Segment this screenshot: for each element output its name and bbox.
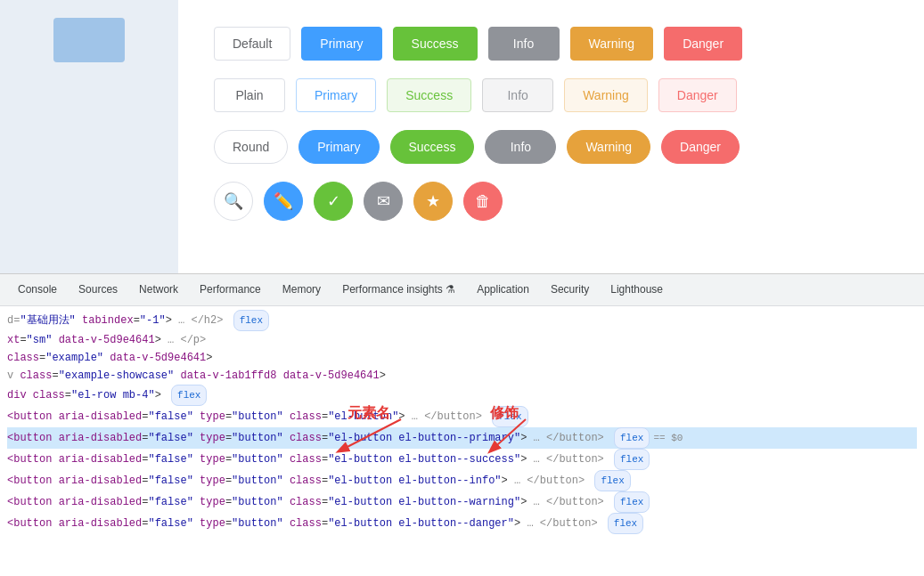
btn-round-success[interactable]: Success: [390, 130, 475, 164]
annotation-label-xiushi: 修饰: [490, 404, 519, 423]
btn-circle-edit[interactable]: ✏️: [264, 182, 303, 221]
preview-area: Default Primary Success Info Warning Dan…: [178, 0, 924, 276]
check-icon: ✓: [327, 191, 340, 211]
btn-default[interactable]: Default: [214, 27, 290, 61]
btn-plain-warning[interactable]: Warning: [564, 78, 648, 112]
button-row-normal: Default Primary Success Info Warning Dan…: [214, 27, 888, 61]
button-row-circle: 🔍 ✏️ ✓ ✉ ★ 🗑: [214, 182, 888, 221]
btn-plain-default[interactable]: Plain: [214, 78, 285, 112]
devtools-tabs: Console Sources Network Performance Memo…: [0, 274, 924, 306]
code-line-7[interactable]: <button aria-disabled="false" type="butt…: [7, 427, 917, 449]
code-line-6[interactable]: <button aria-disabled="false" type="butt…: [7, 406, 917, 427]
code-line-10[interactable]: <button aria-disabled="false" type="butt…: [7, 491, 917, 513]
devtools-content: d="基础用法" tabindex="-1"> … </h2> flex xt=…: [0, 306, 924, 576]
btn-circle-delete[interactable]: 🗑: [463, 182, 503, 221]
left-sidebar: [0, 0, 178, 276]
btn-circle-search[interactable]: 🔍: [214, 182, 253, 221]
tab-sources[interactable]: Sources: [68, 276, 128, 304]
code-line-2: xt="sm" data-v-5d9e4641> … </p>: [7, 331, 917, 349]
btn-success[interactable]: Success: [393, 27, 478, 61]
btn-round-primary[interactable]: Primary: [298, 130, 379, 164]
message-icon: ✉: [377, 191, 390, 211]
annotation-label-yuansuming: 元素名: [348, 404, 390, 423]
star-icon: ★: [426, 191, 440, 211]
code-line-9[interactable]: <button aria-disabled="false" type="butt…: [7, 470, 917, 491]
btn-round-warning[interactable]: Warning: [567, 130, 650, 164]
btn-plain-info[interactable]: Info: [482, 78, 553, 112]
code-line-11[interactable]: <button aria-disabled="false" type="butt…: [7, 513, 917, 534]
tab-performance[interactable]: Performance: [189, 276, 272, 304]
code-line-8[interactable]: <button aria-disabled="false" type="butt…: [7, 449, 917, 470]
btn-plain-success[interactable]: Success: [387, 78, 471, 112]
btn-round-danger[interactable]: Danger: [661, 130, 740, 164]
btn-round-info[interactable]: Info: [485, 130, 556, 164]
btn-plain-primary[interactable]: Primary: [296, 78, 376, 112]
btn-danger[interactable]: Danger: [664, 27, 742, 61]
devtools-panel: Console Sources Network Performance Memo…: [0, 273, 924, 576]
search-icon: 🔍: [224, 191, 243, 211]
code-line-1: d="基础用法" tabindex="-1"> … </h2> flex: [7, 310, 917, 331]
btn-circle-star[interactable]: ★: [413, 182, 453, 221]
tab-performance-insights[interactable]: Performance insights ⚗: [331, 276, 466, 304]
button-row-plain: Plain Primary Success Info Warning Dange…: [214, 78, 888, 112]
code-line-5: div class="el-row mb-4"> flex: [7, 385, 917, 406]
button-row-round: Round Primary Success Info Warning Dange…: [214, 130, 888, 164]
btn-primary[interactable]: Primary: [301, 27, 381, 61]
btn-plain-danger[interactable]: Danger: [658, 78, 737, 112]
edit-icon: ✏️: [274, 191, 293, 211]
btn-circle-message[interactable]: ✉: [364, 182, 403, 221]
code-line-3: class="example" data-v-5d9e4641>: [7, 349, 917, 367]
delete-icon: 🗑: [475, 192, 491, 211]
sidebar-logo: [53, 18, 125, 62]
tab-memory[interactable]: Memory: [272, 276, 331, 304]
tab-console[interactable]: Console: [7, 276, 68, 304]
btn-info[interactable]: Info: [488, 27, 560, 61]
btn-circle-check[interactable]: ✓: [314, 182, 353, 221]
code-line-4: v class="example-showcase" data-v-1ab1ff…: [7, 367, 917, 385]
btn-warning[interactable]: Warning: [570, 27, 654, 61]
tab-lighthouse[interactable]: Lighthouse: [600, 276, 674, 304]
tab-security[interactable]: Security: [540, 276, 600, 304]
tab-application[interactable]: Application: [466, 276, 540, 304]
tab-network[interactable]: Network: [128, 276, 189, 304]
btn-round-default[interactable]: Round: [214, 130, 288, 164]
